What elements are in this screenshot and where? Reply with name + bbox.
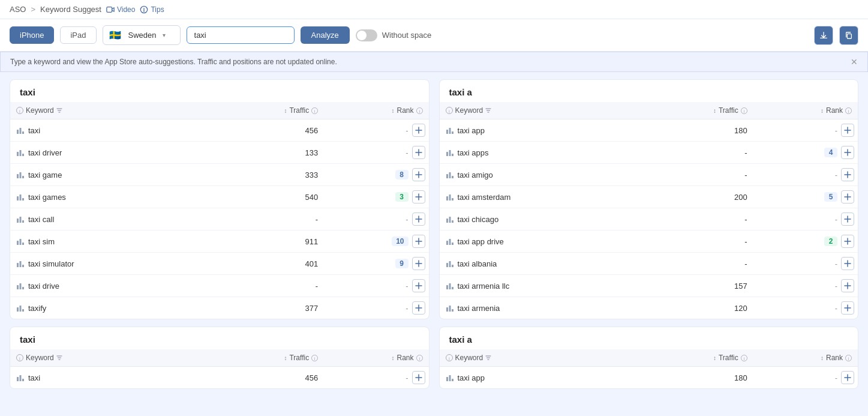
breadcrumb-aso[interactable]: ASO: [10, 5, 26, 14]
top-bar: ASO > Keyword Suggest Video Tips: [0, 0, 868, 19]
add-keyword-button[interactable]: [841, 279, 854, 292]
add-keyword-button[interactable]: [841, 235, 854, 248]
country-selector[interactable]: 🇸🇪 Sweden ▾: [103, 25, 181, 45]
svg-rect-62: [452, 265, 453, 267]
svg-rect-21: [17, 219, 19, 223]
bl-traffic-info-icon: i: [311, 355, 318, 361]
add-keyword-button[interactable]: [412, 371, 425, 384]
table-row: taxi sim 911 10: [10, 231, 429, 253]
keyword-cell: taxi: [28, 373, 40, 382]
add-keyword-button[interactable]: [412, 257, 425, 270]
svg-rect-45: [446, 152, 448, 156]
without-space-toggle[interactable]: [356, 29, 377, 41]
traffic-cell: 401: [305, 259, 318, 268]
table-row: taxi app drive - 2: [440, 231, 858, 253]
add-keyword-button[interactable]: [841, 146, 854, 159]
keyword-cell: taxi amsterdam: [458, 193, 511, 202]
table-row: taxi albania - -: [440, 253, 858, 275]
add-keyword-button[interactable]: [412, 146, 425, 159]
svg-rect-52: [449, 194, 450, 200]
traffic-cell: 456: [305, 126, 318, 135]
plus-icon: [415, 193, 422, 200]
svg-rect-58: [449, 239, 450, 245]
table-row: taxi armenia llc 157 -: [440, 275, 858, 297]
traffic-cell: -: [744, 237, 747, 246]
svg-rect-12: [17, 152, 19, 156]
svg-rect-65: [452, 287, 453, 289]
traffic-cell: 456: [305, 373, 318, 382]
svg-rect-33: [17, 307, 19, 312]
traffic-cell: 540: [305, 193, 318, 202]
add-keyword-button[interactable]: [412, 301, 425, 315]
info-bar: Type a keyword and view the App Store au…: [0, 52, 868, 72]
tips-button[interactable]: Tips: [140, 5, 164, 14]
download-icon: [819, 31, 828, 40]
svg-text:i: i: [19, 356, 20, 361]
filter-icon[interactable]: [56, 107, 62, 113]
add-keyword-button[interactable]: [412, 124, 425, 137]
chart-bar-icon: [16, 237, 25, 246]
ipad-tab[interactable]: iPad: [60, 26, 96, 44]
svg-rect-15: [17, 174, 19, 178]
filter-icon-r[interactable]: [485, 107, 491, 113]
add-keyword-button[interactable]: [841, 124, 854, 137]
add-keyword-button[interactable]: [841, 190, 854, 203]
traffic-cell: -: [316, 282, 318, 291]
svg-rect-14: [22, 154, 24, 156]
left-col-keyword: Keyword: [26, 106, 54, 115]
rank-info-icon-r: i: [845, 107, 852, 114]
svg-rect-23: [22, 220, 24, 223]
add-keyword-button[interactable]: [841, 213, 854, 226]
table-row: taxi 456 -: [10, 119, 429, 142]
br-filter-icon[interactable]: [485, 355, 491, 361]
keyword-cell: taxi armenia llc: [458, 282, 510, 291]
table-row: taxi driver 133 -: [10, 142, 429, 164]
add-keyword-button[interactable]: [841, 168, 854, 181]
svg-text:i: i: [419, 355, 420, 361]
add-keyword-button[interactable]: [841, 371, 854, 384]
video-button[interactable]: Video: [106, 5, 135, 14]
traffic-cell: 180: [734, 126, 747, 135]
add-keyword-button[interactable]: [841, 301, 854, 315]
plus-icon: [844, 171, 851, 178]
svg-rect-34: [20, 306, 22, 312]
table-row: taxi call - -: [10, 208, 429, 231]
plus-icon: [415, 282, 422, 289]
add-keyword-button[interactable]: [412, 213, 425, 226]
add-keyword-button[interactable]: [412, 279, 425, 292]
traffic-cell: -: [744, 170, 747, 179]
bottom-left-keyword-table: i Keyword ↕ Traffic i: [10, 349, 429, 388]
plus-icon: [844, 193, 851, 200]
svg-rect-50: [452, 176, 453, 178]
chart-bar-icon: [446, 170, 454, 179]
keyword-cell: taxi driver: [28, 148, 62, 157]
add-keyword-button[interactable]: [412, 168, 425, 181]
close-icon[interactable]: ✕: [851, 57, 858, 67]
bl-filter-icon[interactable]: [56, 355, 62, 361]
download-button[interactable]: [814, 26, 833, 45]
left-table-panel: taxi i Keyword ↕ Traffic: [10, 79, 430, 319]
search-input[interactable]: [187, 26, 295, 44]
add-keyword-button[interactable]: [412, 190, 425, 203]
toolbar: iPhone iPad 🇸🇪 Sweden ▾ Analyze Without …: [0, 19, 868, 52]
add-keyword-button[interactable]: [841, 257, 854, 270]
left-keyword-table: i Keyword ↕ Traffic i: [10, 102, 429, 319]
keyword-cell: taxi simulator: [28, 259, 74, 268]
br-col-traffic: Traffic: [719, 354, 738, 362]
svg-rect-13: [20, 150, 22, 156]
svg-rect-60: [446, 263, 448, 267]
iphone-tab[interactable]: iPhone: [10, 26, 54, 44]
plus-icon: [415, 149, 422, 156]
chart-bar-icon: [16, 126, 25, 134]
svg-text:i: i: [314, 108, 316, 113]
without-space-label: Without space: [382, 31, 431, 40]
br-col-keyword: Keyword: [455, 354, 483, 362]
table-row: taxi armenia 120 -: [440, 297, 858, 319]
traffic-cell: -: [316, 215, 318, 224]
svg-text:i: i: [848, 355, 849, 361]
country-name: Sweden: [128, 31, 157, 40]
keyword-cell: taxi sim: [28, 237, 55, 246]
analyze-button[interactable]: Analyze: [301, 26, 350, 44]
add-keyword-button[interactable]: [412, 235, 425, 248]
copy-button[interactable]: [839, 26, 858, 45]
